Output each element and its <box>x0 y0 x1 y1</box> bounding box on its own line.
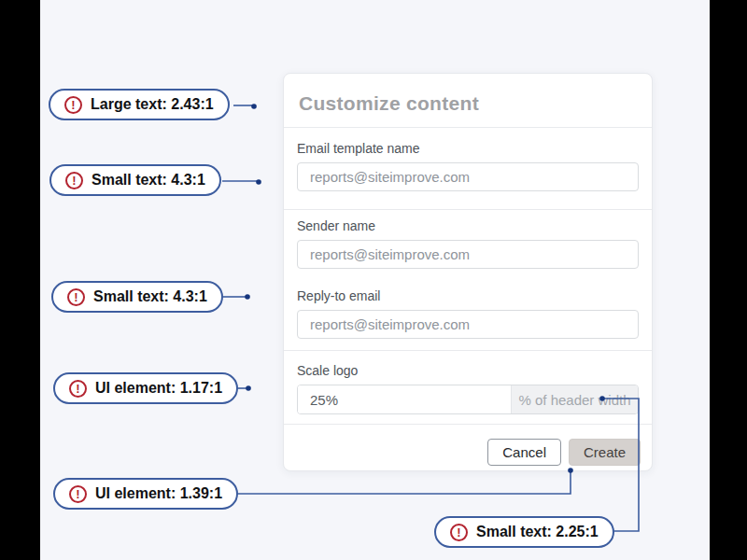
annotation-label: UI element: 1.39:1 <box>95 485 222 502</box>
modal-footer: Cancel Create <box>284 425 652 470</box>
annotation-label: Small text: 4.3:1 <box>92 172 205 189</box>
scale-input-group: % of header width <box>297 385 639 414</box>
customize-content-modal: Customize content Email template name Se… <box>283 73 653 471</box>
sender-reply-section: Sender name Reply-to email <box>284 210 652 350</box>
annotation-label: Small text: 2.25:1 <box>476 524 599 540</box>
warning-icon: ! <box>69 380 87 398</box>
warning-icon: ! <box>67 288 85 306</box>
modal-header: Customize content <box>284 74 652 127</box>
scale-logo-label: Scale logo <box>297 363 639 378</box>
create-button[interactable]: Create <box>569 439 641 466</box>
sender-name-input[interactable] <box>297 240 639 269</box>
scale-addon-unit: % of header width <box>511 385 638 413</box>
cancel-button[interactable]: Cancel <box>487 439 561 466</box>
annotation-large-text: ! Large text: 2.43:1 <box>49 89 230 120</box>
reply-to-label: Reply-to email <box>297 288 639 303</box>
modal-title: Customize content <box>299 92 479 114</box>
scale-input[interactable] <box>298 385 511 413</box>
annotation-label: Large text: 2.43:1 <box>91 96 214 113</box>
warning-icon: ! <box>69 485 87 503</box>
annotation-small-text-input: ! Small text: 4.3:1 <box>49 164 221 196</box>
warning-icon: ! <box>64 96 82 114</box>
reply-to-input[interactable] <box>297 310 639 339</box>
email-template-label: Email template name <box>297 141 639 156</box>
annotation-label: UI element: 1.17:1 <box>95 380 222 397</box>
email-template-section: Email template name <box>284 128 652 209</box>
annotation-small-text-label: ! Small text: 4.3:1 <box>51 281 223 313</box>
email-template-input[interactable] <box>297 162 639 191</box>
annotation-label: Small text: 4.3:1 <box>93 288 207 305</box>
warning-icon: ! <box>65 172 83 189</box>
annotation-small-text-addon: ! Small text: 2.25:1 <box>434 516 614 548</box>
screenshot-canvas: Customize content Email template name Se… <box>0 0 747 560</box>
annotation-ui-element-button: ! UI element: 1.39:1 <box>53 478 238 510</box>
scale-logo-section: Scale logo % of header width <box>284 351 652 424</box>
sender-name-label: Sender name <box>297 218 639 233</box>
warning-icon: ! <box>450 524 468 541</box>
annotation-ui-element-input: ! UI element: 1.17:1 <box>53 372 238 404</box>
page-background: Customize content Email template name Se… <box>40 0 710 560</box>
